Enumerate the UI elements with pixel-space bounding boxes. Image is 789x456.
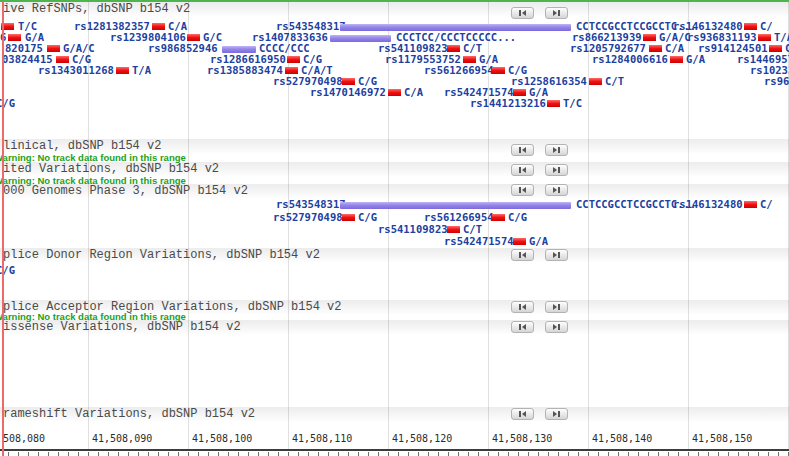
axis-minor-tick <box>528 452 529 456</box>
skip-prev-button[interactable] <box>511 249 534 261</box>
snp-marker[interactable] <box>589 78 602 85</box>
axis-minor-tick <box>628 452 629 456</box>
snp-marker[interactable] <box>769 45 782 52</box>
snp-marker[interactable] <box>152 23 165 30</box>
axis-minor-tick <box>228 452 229 456</box>
variant-label[interactable]: 820175 <box>5 43 43 53</box>
track-title-frameshift: rameshift Variations, dbSNP b154 v2 <box>0 407 789 421</box>
axis-minor-tick <box>118 452 119 456</box>
variant-allele: G/A <box>686 54 705 64</box>
variant-label[interactable]: rs146132480 <box>673 21 743 31</box>
skip-prev-button[interactable] <box>511 7 534 19</box>
variant-label[interactable]: rs527970498 <box>273 212 343 222</box>
axis-minor-tick <box>8 452 9 456</box>
indel-bar-marker[interactable] <box>330 35 391 42</box>
variant-allele: C/T <box>463 224 482 234</box>
skip-prev-button[interactable] <box>511 408 534 420</box>
variant-label[interactable]: rs1407833636 <box>252 32 328 42</box>
skip-next-button[interactable] <box>545 7 568 19</box>
variant-allele: C/A <box>665 43 684 53</box>
variant-label[interactable]: rs561266954 <box>424 212 494 222</box>
snp-marker[interactable] <box>492 67 505 74</box>
axis-minor-tick <box>198 452 199 456</box>
snp-marker[interactable] <box>649 45 662 52</box>
skip-next-button[interactable] <box>545 321 568 333</box>
variant-allele: C/A/T <box>301 65 333 75</box>
snp-marker[interactable] <box>47 45 60 52</box>
variant-label[interactable]: rs542471574 <box>444 87 514 97</box>
variant-label[interactable]: rs1385883474 <box>207 65 283 75</box>
snp-marker[interactable] <box>388 89 401 96</box>
snp-marker[interactable] <box>492 214 505 221</box>
skip-next-button[interactable] <box>545 249 568 261</box>
skip-next-button[interactable] <box>545 164 568 176</box>
snp-marker[interactable] <box>287 56 300 63</box>
variant-label[interactable]: rs1284006616 <box>592 54 668 64</box>
snp-marker[interactable] <box>670 56 683 63</box>
variant-label[interactable]: rs1343011268 <box>38 65 114 75</box>
indel-bar-marker[interactable] <box>340 202 571 209</box>
skip-prev-button[interactable] <box>511 164 534 176</box>
snp-marker[interactable] <box>547 100 560 107</box>
variant-label[interactable]: rs1441213216 <box>470 98 546 108</box>
variant-label[interactable]: rs1258616354 <box>511 76 587 86</box>
variant-label[interactable]: rs986852946 <box>148 43 218 53</box>
variant-label[interactable]: rs1470146972 <box>310 87 386 97</box>
axis-coordinate-label: 41,508,090 <box>92 433 152 444</box>
axis-minor-tick <box>18 452 19 456</box>
variant-label[interactable]: rs561266954 <box>424 65 494 75</box>
snp-marker[interactable] <box>342 214 355 221</box>
snp-marker[interactable] <box>744 201 757 208</box>
snp-marker[interactable] <box>643 34 656 41</box>
axis-minor-tick <box>348 452 349 456</box>
variant-label[interactable]: rs914124501 <box>698 43 768 53</box>
skip-next-button[interactable] <box>545 144 568 156</box>
track-title-1000-genomes: 000 Genomes Phase 3, dbSNP b154 v2 <box>0 184 789 198</box>
skip-prev-button[interactable] <box>511 301 534 313</box>
snp-marker[interactable] <box>285 67 298 74</box>
snp-marker[interactable] <box>116 67 129 74</box>
variant-label[interactable]: rs1205792677 <box>570 43 646 53</box>
snp-marker[interactable] <box>744 23 757 30</box>
snp-marker[interactable] <box>513 238 526 245</box>
snp-marker[interactable] <box>56 56 69 63</box>
variant-allele: G/A <box>25 32 44 42</box>
variant-label[interactable]: 03824415 <box>2 54 53 64</box>
variant-label[interactable]: rs936831193 <box>687 32 757 42</box>
variant-label[interactable]: rs1281382357 <box>74 21 150 31</box>
variant-label[interactable]: rs541109823 <box>378 43 448 53</box>
snp-marker[interactable] <box>447 45 460 52</box>
variant-label[interactable]: rs866213939 <box>572 32 642 42</box>
variant-label[interactable]: rs541109823 <box>378 224 448 234</box>
skip-next-button[interactable] <box>545 184 568 196</box>
variant-label[interactable]: rs1239804106 <box>110 32 186 42</box>
skip-next-button[interactable] <box>545 408 568 420</box>
variant-label[interactable]: rs543548317 <box>276 21 346 31</box>
snp-marker[interactable] <box>758 34 771 41</box>
variant-label[interactable]: rs1286616950 <box>210 54 286 64</box>
variant-label[interactable]: rs146132480 <box>673 199 743 209</box>
axis-minor-tick <box>658 452 659 456</box>
genome-browser-viewport[interactable]: ive RefSNPs, dbSNP b154 v2 linical, dbSN… <box>0 0 789 456</box>
snp-marker[interactable] <box>447 226 460 233</box>
indel-bar-marker[interactable] <box>340 24 571 31</box>
snp-marker[interactable] <box>8 34 21 41</box>
snp-marker[interactable] <box>187 34 200 41</box>
axis-minor-tick <box>538 452 539 456</box>
snp-marker[interactable] <box>342 78 355 85</box>
snp-marker[interactable] <box>513 89 526 96</box>
variant-label[interactable]: rs527970498 <box>273 76 343 86</box>
skip-prev-button[interactable] <box>511 184 534 196</box>
snp-marker[interactable] <box>463 56 476 63</box>
variant-label[interactable]: rs102338 <box>750 65 789 75</box>
variant-label[interactable]: rs1179553752 <box>385 54 461 64</box>
skip-next-button[interactable] <box>545 301 568 313</box>
variant-label[interactable]: rs542471574 <box>444 236 514 246</box>
skip-prev-button[interactable] <box>511 321 534 333</box>
variant-label[interactable]: rs96 <box>764 76 789 86</box>
indel-bar-marker[interactable] <box>222 46 256 53</box>
skip-prev-button[interactable] <box>511 144 534 156</box>
axis-minor-tick <box>288 452 289 456</box>
variant-label[interactable]: rs1446957 <box>737 54 789 64</box>
variant-label[interactable]: rs543548317 <box>276 199 346 209</box>
